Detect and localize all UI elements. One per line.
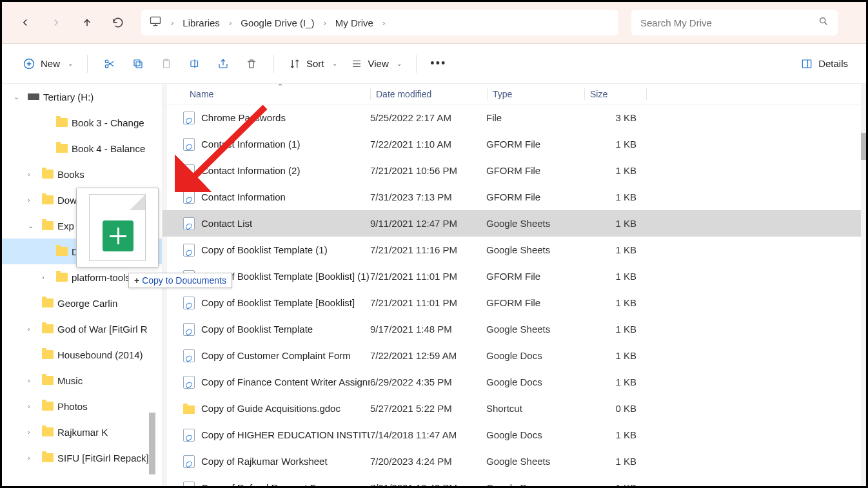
- sort-indicator-icon: ⌃: [277, 83, 283, 91]
- file-row[interactable]: Copy of Rajkumar Worksheet7/20/2023 4:24…: [163, 448, 866, 474]
- sidebar-item-label: platform-tools_: [72, 272, 135, 283]
- copy-icon: [132, 57, 144, 70]
- scrollbar-thumb[interactable]: [861, 133, 866, 160]
- file-date: 7/31/2023 7:13 PM: [370, 191, 486, 202]
- more-icon: •••: [430, 57, 446, 70]
- file-date: 7/22/2021 12:59 AM: [370, 350, 486, 361]
- chevron-right-icon: ›: [323, 18, 326, 28]
- breadcrumb-item[interactable]: Libraries: [182, 17, 220, 28]
- refresh-button[interactable]: [105, 10, 131, 35]
- new-button[interactable]: New ⌄: [16, 51, 79, 77]
- sort-button[interactable]: Sort ⌄: [282, 51, 344, 77]
- file-row[interactable]: Copy of Booklist Template [Booklist] (1)…: [163, 263, 866, 289]
- share-button[interactable]: [209, 51, 237, 77]
- file-icon: [183, 191, 195, 204]
- scissors-icon: [103, 57, 116, 70]
- more-button[interactable]: •••: [424, 51, 453, 77]
- sidebar-item[interactable]: Book 4 - Balance: [2, 135, 162, 161]
- breadcrumb-item[interactable]: Google Drive (I_): [241, 17, 314, 28]
- sidebar-item[interactable]: ›Books: [2, 161, 162, 187]
- file-row[interactable]: Chrome Passwords5/25/2022 2:17 AMFile3 K…: [163, 104, 866, 131]
- column-header-type[interactable]: Type: [488, 89, 584, 99]
- sidebar-item[interactable]: Housebound (2014): [2, 342, 162, 367]
- file-row[interactable]: Copy of Customer Complaint Form7/22/2021…: [163, 342, 866, 369]
- file-icon: [183, 217, 195, 230]
- cut-button[interactable]: [95, 51, 124, 77]
- file-size: 1 KB: [583, 218, 644, 229]
- file-row[interactable]: Contact List9/11/2021 12:47 PMGoogle She…: [163, 210, 866, 237]
- delete-button[interactable]: [237, 51, 266, 77]
- paste-button[interactable]: [152, 51, 181, 77]
- view-label: View: [368, 58, 389, 69]
- sort-label: Sort: [306, 58, 324, 69]
- copy-button[interactable]: [124, 51, 152, 77]
- file-name: Copy of Booklist Template [Booklist]: [201, 297, 355, 308]
- address-bar: › Libraries › Google Drive (I_) › My Dri…: [2, 2, 866, 44]
- file-icon: [183, 164, 195, 177]
- sidebar-item[interactable]: ›SIFU [FitGirl Repack]: [2, 445, 162, 471]
- search-box[interactable]: [631, 10, 838, 35]
- search-input[interactable]: [640, 17, 808, 28]
- file-date: 7/21/2021 10:43 PM: [370, 482, 486, 486]
- sidebar-item-label: Tertiary (H:): [43, 92, 94, 102]
- svg-point-3: [105, 60, 108, 63]
- file-size: 3 KB: [583, 112, 644, 123]
- file-row[interactable]: Copy of Booklist Template (1)7/21/2021 1…: [163, 237, 866, 263]
- file-name: Copy of Rajkumar Worksheet: [201, 456, 328, 467]
- file-type: Google Docs: [486, 429, 583, 440]
- folder-icon: [56, 273, 68, 282]
- svg-rect-6: [134, 60, 140, 66]
- file-type: Google Sheets: [486, 244, 583, 255]
- file-name: Copy of Customer Complaint Form: [201, 350, 351, 361]
- toolbar: New ⌄ Sort ⌄ View ⌄ ••• Details: [2, 44, 866, 84]
- sidebar-item[interactable]: Book 3 - Change: [2, 110, 162, 135]
- drag-tooltip: + Copy to Doucuments: [128, 273, 232, 288]
- file-date: 7/21/2021 11:01 PM: [370, 271, 486, 282]
- chevron-right-icon: ›: [382, 18, 385, 28]
- column-header-name[interactable]: Name: [163, 89, 370, 99]
- sidebar-scrollbar[interactable]: [149, 413, 155, 474]
- file-row[interactable]: Copy of Finance Content Writer Assignm..…: [163, 369, 866, 395]
- chevron-right-icon: ›: [229, 18, 232, 28]
- file-row[interactable]: Contact Information (1)7/22/2021 1:10 AM…: [163, 131, 866, 157]
- folder-icon: [42, 350, 54, 359]
- column-headers[interactable]: ⌃ Name Date modified Type Size: [163, 84, 866, 104]
- rename-button[interactable]: [181, 51, 209, 77]
- file-name: Copy of Booklist Template: [201, 324, 313, 335]
- forward-button[interactable]: [43, 10, 69, 35]
- folder-icon: [183, 405, 195, 415]
- back-button[interactable]: [12, 10, 38, 35]
- chevron-icon: ›: [42, 273, 52, 281]
- sidebar-item[interactable]: ›Music: [2, 367, 162, 393]
- file-row[interactable]: Copy of Refund Request Form7/21/2021 10:…: [163, 474, 866, 486]
- view-button[interactable]: View ⌄: [344, 51, 408, 77]
- file-row[interactable]: Copy of Guide Acquisitions.gdoc5/27/2021…: [163, 395, 866, 422]
- sidebar-item[interactable]: George Carlin: [2, 290, 162, 316]
- sidebar-item[interactable]: ›God of War [FitGirl R: [2, 316, 162, 342]
- file-row[interactable]: Contact Information7/31/2023 7:13 PMGFOR…: [163, 184, 866, 210]
- sidebar-item[interactable]: ›Photos: [2, 393, 162, 419]
- details-button[interactable]: Details: [794, 51, 854, 77]
- folder-icon: [42, 376, 54, 385]
- column-header-size[interactable]: Size: [585, 89, 646, 99]
- file-row[interactable]: Copy of Booklist Template9/17/2021 1:48 …: [163, 316, 866, 342]
- file-icon: [183, 482, 195, 487]
- file-page-icon: [89, 194, 146, 261]
- folder-icon: [56, 118, 68, 127]
- file-row[interactable]: Copy of HIGHER EDUCATION INSTITUTI...7/1…: [163, 422, 866, 448]
- up-button[interactable]: [74, 10, 100, 35]
- file-row[interactable]: Copy of Booklist Template [Booklist]7/21…: [163, 289, 866, 316]
- svg-point-4: [105, 64, 108, 68]
- file-row[interactable]: Contact Information (2)7/21/2021 10:56 P…: [163, 157, 866, 184]
- file-icon: [183, 138, 195, 151]
- file-icon: [183, 429, 195, 442]
- sidebar-item[interactable]: ›Rajkumar K: [2, 419, 162, 445]
- file-type: GFORM File: [486, 191, 583, 202]
- column-header-date[interactable]: Date modified: [371, 89, 487, 99]
- folder-icon: [42, 453, 54, 462]
- file-size: 1 KB: [583, 429, 644, 440]
- sidebar-item[interactable]: ⌄Tertiary (H:): [2, 84, 162, 110]
- breadcrumb[interactable]: › Libraries › Google Drive (I_) › My Dri…: [141, 10, 618, 35]
- breadcrumb-item[interactable]: My Drive: [335, 17, 373, 28]
- new-label: New: [41, 58, 60, 69]
